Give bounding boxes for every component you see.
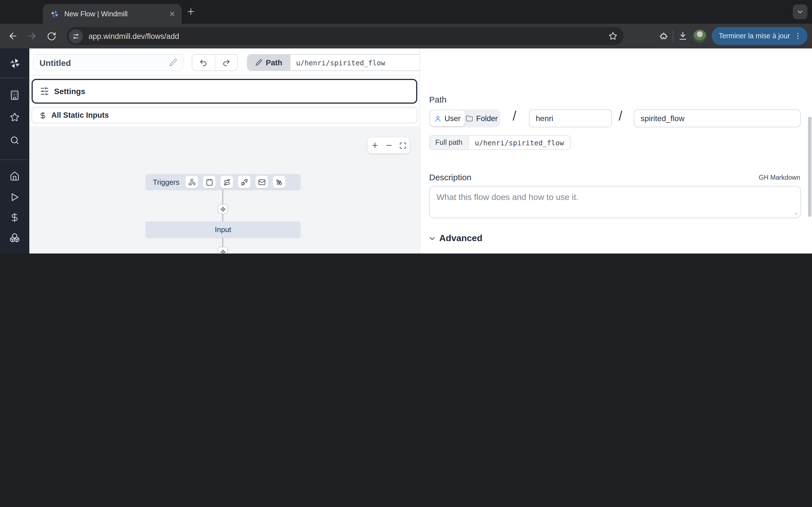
zoom-in-icon[interactable] — [371, 142, 378, 149]
reload-icon[interactable] — [42, 31, 61, 41]
path-owner-input[interactable]: henri — [529, 109, 612, 127]
poll-watch-trigger-icon[interactable] — [273, 176, 285, 188]
fit-view-icon[interactable] — [399, 142, 406, 149]
path-chip: Path — [248, 55, 290, 70]
sidebar-item-home[interactable] — [0, 171, 29, 181]
path-name-input[interactable]: spirited_flow — [634, 109, 801, 127]
flow-name: Untitled — [40, 58, 169, 67]
download-icon[interactable] — [677, 31, 688, 41]
url-text[interactable]: app.windmill.dev/flows/add — [89, 32, 608, 40]
browser-menu-kebab-icon[interactable] — [794, 32, 802, 40]
extensions-puzzle-icon[interactable] — [658, 31, 668, 41]
flow-settings-panel: Path User Folder / henri / spirited_flow… — [419, 48, 812, 253]
browser-tab[interactable]: New Flow | Windmill — [43, 4, 182, 24]
description-heading: Description — [429, 172, 471, 182]
path-section-heading: Path — [429, 95, 447, 104]
back-icon[interactable] — [3, 31, 22, 41]
chevron-down-icon — [428, 234, 437, 242]
browser-update-button[interactable]: Terminer la mise à jour — [711, 27, 808, 45]
bookmark-star-icon[interactable] — [608, 32, 617, 41]
sidebar-divider — [0, 78, 29, 78]
profile-avatar[interactable] — [693, 29, 706, 43]
all-static-inputs-item[interactable]: All Static Inputs — [32, 107, 417, 123]
description-placeholder: What this flow does and how to use it. — [437, 192, 578, 202]
sidebar-divider — [0, 159, 29, 160]
sidebar-item-runs[interactable] — [0, 192, 29, 202]
panel-scrollbar[interactable] — [808, 117, 811, 217]
tab-search-chevron-icon[interactable] — [793, 4, 808, 19]
sliders-icon — [40, 87, 49, 96]
full-path-value: u/henri/spirited_flow — [468, 135, 571, 150]
route-trigger-icon[interactable] — [220, 176, 233, 188]
forward-icon[interactable] — [22, 31, 42, 41]
sidebar-item-search[interactable] — [0, 135, 29, 145]
flow-canvas[interactable]: Triggers Input Result — [29, 126, 419, 253]
toggle-row-worker-group-tag: Worker Group Tag (Queue) — [429, 252, 565, 253]
toolbar-separator — [672, 31, 673, 42]
owner-kind-toggle: User Folder — [429, 109, 500, 127]
tab-close-icon[interactable] — [168, 10, 176, 17]
schedule-trigger-icon[interactable] — [203, 176, 215, 188]
full-path-row: Full path u/henri/spirited_flow — [429, 135, 571, 150]
edit-pencil-icon — [256, 59, 262, 66]
sidebar-item-resources[interactable] — [0, 233, 29, 243]
sidebar-item-favorites[interactable] — [0, 112, 29, 122]
full-path-label: Full path — [429, 135, 468, 150]
browser-tab-strip: New Flow | Windmill — [0, 0, 812, 24]
edit-pencil-icon[interactable] — [169, 59, 177, 66]
add-step-button[interactable] — [218, 247, 228, 253]
description-textarea[interactable]: What this flow does and how to use it. — [429, 186, 801, 218]
advanced-section-header[interactable]: Advanced — [428, 233, 483, 243]
add-step-button[interactable] — [218, 204, 228, 214]
windmill-logo[interactable] — [0, 57, 29, 69]
owner-kind-folder[interactable]: Folder — [465, 110, 499, 126]
site-settings-icon[interactable] — [69, 29, 83, 43]
windmill-favicon — [50, 9, 59, 18]
sidebar-item-variables[interactable] — [0, 212, 29, 223]
input-node[interactable]: Input — [146, 221, 301, 238]
tab-title: New Flow | Windmill — [64, 10, 168, 18]
settings-panel-item[interactable]: Settings — [32, 79, 417, 104]
app-sidebar — [0, 48, 29, 253]
owner-kind-user[interactable]: User — [430, 110, 465, 126]
email-trigger-icon[interactable] — [255, 176, 268, 188]
triggers-node[interactable]: Triggers — [146, 174, 301, 190]
sidebar-item-workspace[interactable] — [0, 90, 29, 100]
dollar-icon — [39, 111, 47, 119]
url-omnibox[interactable]: app.windmill.dev/flows/add — [66, 27, 624, 45]
new-tab-button[interactable] — [186, 7, 196, 16]
webhook-trigger-icon[interactable] — [186, 176, 198, 188]
redo-button[interactable] — [215, 55, 238, 70]
path-separator: / — [513, 108, 516, 124]
folder-icon — [466, 115, 473, 122]
resize-handle-icon[interactable] — [793, 211, 797, 215]
zoom-out-icon[interactable] — [385, 142, 393, 149]
flow-name-field[interactable]: Untitled — [33, 54, 184, 71]
websocket-trigger-icon[interactable] — [238, 176, 250, 188]
path-separator: / — [619, 108, 622, 124]
undo-button[interactable] — [192, 55, 215, 70]
user-icon — [434, 115, 442, 122]
markdown-hint: GH Markdown — [759, 174, 800, 181]
